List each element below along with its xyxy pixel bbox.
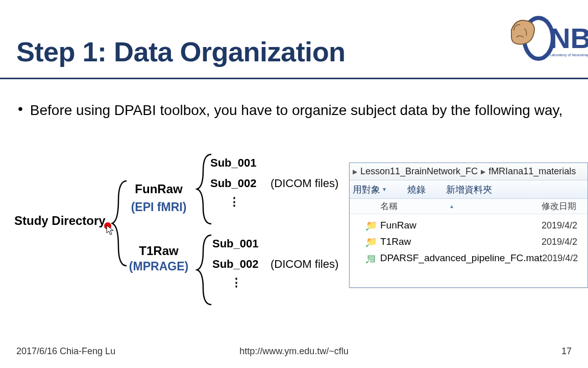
funraw-label: FunRaw — [131, 182, 187, 196]
file-name: DPARSF_advanced_pipeline_FC.mat — [378, 252, 543, 264]
file-date: 2019/4/2 — [542, 237, 587, 247]
chevron-right-icon: ▶ — [481, 168, 485, 175]
breadcrumb[interactable]: ▶ Lesson11_BrainNetwork_FC ▶ fMRIana11_m… — [350, 163, 587, 180]
sub-002-label: Sub_002 — [212, 258, 259, 271]
slide-footer: 2017/6/16 Chia-Feng Lu http://www.ym.edu… — [16, 346, 572, 357]
t1raw-note: (MPRAGE) — [126, 260, 192, 273]
slide-number: 17 — [561, 346, 572, 357]
mat-file-icon: ▤ — [365, 252, 378, 264]
study-directory-label: Study Directory — [14, 214, 106, 228]
directory-diagram: Study Directory FunRaw (EPI fMRI) T1Raw … — [14, 153, 341, 307]
toolbar: 用對象▼ 燒錄 新增資料夾 — [350, 180, 587, 199]
toolbar-new-folder[interactable]: 新增資料夾 — [446, 183, 492, 196]
chevron-down-icon: ▼ — [382, 187, 387, 192]
file-date: 2019/4/2 — [542, 253, 587, 264]
footer-url: http://www.ym.edu.tw/~cflu — [239, 346, 349, 357]
sub-001-label: Sub_001 — [212, 237, 259, 250]
title-divider — [0, 78, 588, 79]
svg-text:Laboratory of Neuroimage: Laboratory of Neuroimage — [550, 53, 588, 57]
sub-002-label: Sub_002 — [210, 177, 257, 190]
brace-icon — [194, 234, 214, 306]
breadcrumb-item[interactable]: fMRIana11_materials — [488, 166, 576, 177]
list-item[interactable]: 📁 FunRaw 2019/4/2 — [365, 217, 587, 234]
column-headers[interactable]: 名稱 ▲ 修改日期 — [350, 199, 587, 214]
toolbar-target[interactable]: 用對象▼ — [353, 183, 387, 196]
sort-asc-icon: ▲ — [449, 203, 454, 209]
file-list: 📁 FunRaw 2019/4/2 📁 T1Raw 2019/4/2 ▤ DPA… — [350, 214, 587, 266]
bullet-marker: • — [18, 100, 23, 120]
folder-icon: 📁 — [365, 236, 378, 247]
file-date: 2019/4/2 — [542, 220, 587, 231]
file-name: T1Raw — [378, 236, 542, 247]
list-item[interactable]: ▤ DPARSF_advanced_pipeline_FC.mat 2019/4… — [365, 250, 587, 266]
logo: NB Laboratory of Neuroimage — [504, 14, 588, 63]
breadcrumb-item[interactable]: Lesson11_BrainNetwork_FC — [360, 166, 478, 177]
file-name: FunRaw — [378, 220, 542, 231]
bullet-item: • Before using DPABI toolbox, you have t… — [18, 100, 573, 120]
toolbar-burn[interactable]: 燒錄 — [407, 183, 426, 196]
dicom-note: (DICOM files) — [271, 177, 338, 190]
dicom-note: (DICOM files) — [271, 258, 338, 271]
slide-title: Step 1: Data Organization — [16, 36, 346, 67]
funraw-note: (EPI fMRI) — [126, 200, 192, 214]
t1raw-label: T1Raw — [131, 244, 187, 258]
bullet-text: Before using DPABI toolbox, you have to … — [30, 100, 562, 120]
list-item[interactable]: 📁 T1Raw 2019/4/2 — [365, 234, 587, 250]
chevron-right-icon: ▶ — [353, 168, 357, 175]
sub-001-label: Sub_001 — [210, 156, 257, 170]
file-explorer-window: ▶ Lesson11_BrainNetwork_FC ▶ fMRIana11_m… — [349, 163, 588, 288]
brace-icon — [109, 180, 130, 267]
ellipsis-icon: ⋮ — [229, 195, 240, 209]
footer-author-date: 2017/6/16 Chia-Feng Lu — [16, 346, 115, 357]
folder-icon: 📁 — [365, 220, 378, 231]
ellipsis-icon: ⋮ — [231, 276, 242, 289]
svg-text:NB: NB — [550, 22, 588, 54]
column-name[interactable]: 名稱 — [380, 200, 542, 212]
column-date[interactable]: 修改日期 — [542, 200, 587, 212]
